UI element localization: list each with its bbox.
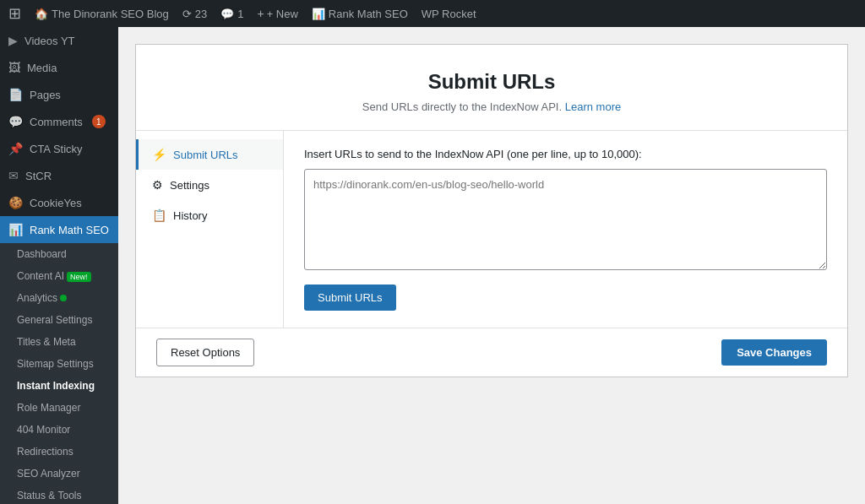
history-icon: 📋 [152,209,166,222]
updates-link[interactable]: ⟳ 23 [182,8,207,20]
sidebar-item-analytics[interactable]: Analytics [0,287,118,309]
tab-content-submit-urls: Insert URLs to send to the IndexNow API … [284,131,847,328]
new-label: + New [267,8,298,20]
sidebar-label: CTA Sticky [30,143,83,155]
updates-count: 23 [195,8,207,20]
sidebar-label: CookieYes [30,197,82,209]
site-name: The Dinorank SEO Blog [52,8,169,20]
comments-count: 1 [237,8,243,20]
home-icon: 🏠 [35,8,48,20]
tab-history[interactable]: 📋 History [136,200,283,230]
rankmath-icon: 📊 [312,8,325,20]
wprocket-link[interactable]: WP Rocket [422,8,476,20]
tab-label: Settings [170,179,209,192]
sidebar-item-status-tools[interactable]: Status & Tools [0,485,118,504]
sidebar-item-titles-meta[interactable]: Titles & Meta [0,331,118,353]
tab-nav: ⚡ Submit URLs ⚙ Settings 📋 History [136,131,284,328]
reset-options-button[interactable]: Reset Options [156,339,254,366]
submit-urls-button[interactable]: Submit URLs [304,285,396,311]
inner-panel: Submit URLs Send URLs directly to the In… [135,44,848,377]
footer-bar: Reset Options Save Changes [136,328,847,377]
new-badge: New! [67,272,91,282]
analytics-dot [60,295,67,301]
sidebar-item-rank-math[interactable]: 📊 Rank Math SEO [0,216,118,243]
comments-badge: 1 [92,115,106,128]
sidebar-item-seo-analyzer[interactable]: SEO Analyzer [0,463,118,485]
sidebar-item-general-settings[interactable]: General Settings [0,309,118,331]
media-icon: 🖼 [8,61,20,74]
subtitle-text: Send URLs directly to the IndexNow API. [362,100,562,113]
sidebar-item-cookieyes[interactable]: 🍪 CookieYes [0,189,118,216]
wp-logo-icon[interactable]: ⊞ [8,4,21,23]
sidebar-item-videos-yt[interactable]: ▶ Videos YT [0,27,118,54]
site-name-link[interactable]: 🏠 The Dinorank SEO Blog [35,8,169,20]
sidebar-label: Media [27,62,57,74]
rankmath-menu-icon: 📊 [8,223,23,236]
sidebar-item-sitemap-settings[interactable]: Sitemap Settings [0,353,118,375]
comments-menu-icon: 💬 [8,115,23,128]
comments-icon: 💬 [220,8,234,20]
sidebar-item-dashboard[interactable]: Dashboard [0,243,118,265]
rankmath-label: Rank Math SEO [329,8,408,20]
lightning-icon: ⚡ [152,148,166,161]
rank-math-submenu: Dashboard Content AINew! Analytics Gener… [0,243,118,504]
sidebar-item-content-ai[interactable]: Content AINew! [0,265,118,287]
sidebar-label: Pages [30,89,61,101]
sidebar-item-media[interactable]: 🖼 Media [0,54,118,81]
tab-submit-urls[interactable]: ⚡ Submit URLs [136,139,283,170]
tab-settings[interactable]: ⚙ Settings [136,170,283,200]
admin-bar: ⊞ 🏠 The Dinorank SEO Blog ⟳ 23 💬 1 + + N… [0,0,865,27]
video-icon: ▶ [8,34,18,47]
page-header: Submit URLs Send URLs directly to the In… [136,45,847,131]
sidebar-item-instant-indexing[interactable]: Instant Indexing [0,375,118,397]
sidebar-label: Videos YT [24,35,75,47]
sidebar-label: StCR [25,170,52,182]
sidebar-item-404-monitor[interactable]: 404 Monitor [0,419,118,441]
learn-more-link[interactable]: Learn more [565,100,621,113]
sidebar: ▶ Videos YT 🖼 Media 📄 Pages 💬 Comments 1… [0,27,118,504]
page-subtitle: Send URLs directly to the IndexNow API. … [153,100,830,113]
stcr-icon: ✉ [8,169,19,182]
save-changes-button[interactable]: Save Changes [721,339,827,366]
page-title: Submit URLs [153,70,830,94]
updates-icon: ⟳ [182,8,192,20]
new-content-link[interactable]: + + New [257,7,297,20]
content-area: Submit URLs Send URLs directly to the In… [118,27,865,504]
pages-icon: 📄 [8,88,23,101]
cta-icon: 📌 [8,142,23,155]
rankmath-link[interactable]: 📊 Rank Math SEO [312,8,408,20]
tab-label: Submit URLs [173,149,238,161]
urls-textarea[interactable] [304,169,827,270]
sidebar-label: Rank Math SEO [30,224,109,236]
plus-icon: + [257,7,264,20]
sidebar-item-comments[interactable]: 💬 Comments 1 [0,108,118,135]
url-label: Insert URLs to send to the IndexNow API … [304,148,827,160]
tab-label: History [173,209,207,222]
wprocket-label: WP Rocket [422,8,476,20]
sidebar-label: Comments [30,116,83,128]
tab-body: ⚡ Submit URLs ⚙ Settings 📋 History Inser… [136,131,847,328]
sidebar-item-stcr[interactable]: ✉ StCR [0,162,118,189]
sidebar-item-cta-sticky[interactable]: 📌 CTA Sticky [0,135,118,162]
sidebar-item-redirections[interactable]: Redirections [0,441,118,463]
cookie-icon: 🍪 [8,196,23,209]
comments-link[interactable]: 💬 1 [220,8,243,20]
settings-icon: ⚙ [152,178,163,192]
sidebar-item-role-manager[interactable]: Role Manager [0,397,118,419]
sidebar-item-pages[interactable]: 📄 Pages [0,81,118,108]
